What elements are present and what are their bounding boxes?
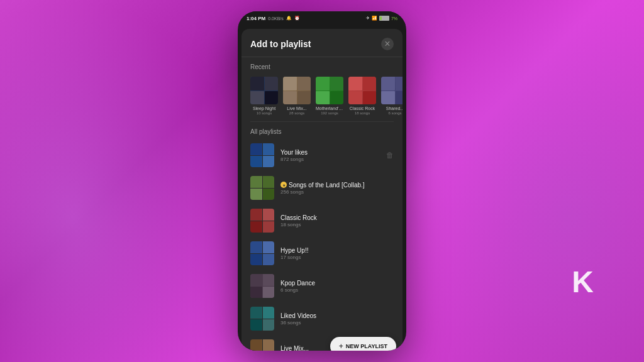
playlist-thumb-hype-up: [250, 241, 274, 265]
collab-icon: ★: [280, 182, 287, 188]
playlist-name-liked-videos: Liked Videos: [280, 312, 394, 319]
recent-thumb-2: [283, 77, 311, 104]
playlist-info-classic-rock: Classic Rock 18 songs: [280, 214, 394, 228]
playlist-thumb-live-mix: [250, 339, 274, 351]
playlist-info-your-likes: Your likes 872 songs: [280, 149, 380, 162]
playlist-songs-hype-up: 17 songs: [280, 255, 394, 260]
close-button[interactable]: ×: [381, 38, 394, 50]
new-playlist-button[interactable]: + NEW PLAYLIST: [330, 337, 396, 351]
all-playlists-label: All playlists: [242, 122, 402, 139]
wifi-icon: ✈: [366, 16, 370, 21]
recent-thumb-5: [381, 77, 402, 104]
playlist-songs-liked-videos: 36 songs: [280, 320, 394, 326]
playlist-name-classic-rock: Classic Rock: [280, 214, 394, 221]
playlist-songs-kpop-dance: 6 songs: [280, 287, 394, 293]
recent-label: Recent: [242, 57, 402, 74]
k-logo: K: [572, 265, 594, 299]
modal-title: Add to playlist: [250, 39, 311, 49]
playlist-info-hype-up: Hype Up!! 17 songs: [280, 247, 394, 260]
recent-name-5: Shared...: [381, 106, 402, 111]
playlist-info-liked-videos: Liked Videos 36 songs: [280, 312, 394, 326]
playlist-item-classic-rock[interactable]: Classic Rock 18 songs: [242, 204, 402, 237]
recent-count-2: 28 songs: [283, 111, 311, 115]
playlist-info-songs-of-land: ★ Songs of the Land [Collab.] 256 songs: [280, 182, 394, 195]
playlist-thumb-liked-videos: [250, 307, 274, 331]
recent-thumb-1: [250, 77, 278, 104]
recent-name-4: Classic Rock: [348, 106, 376, 111]
recent-count-4: 18 songs: [348, 111, 376, 115]
playlist-delete-icon[interactable]: 🗑: [386, 151, 394, 160]
playlist-thumb-kpop-dance: [250, 274, 274, 298]
recent-row: Sleep Night 10 songs Live Mix... 28 song…: [242, 74, 402, 121]
playlist-item-liked-videos[interactable]: Liked Videos 36 songs: [242, 302, 402, 335]
recent-item[interactable]: Shared... 6 songs: [381, 77, 402, 115]
phone-frame: 1:04 PM 0.0KB/s 🔔 ⏰ ✈ 📶 7% Add to playli…: [238, 11, 406, 351]
background-right: [392, 0, 644, 362]
modal-body[interactable]: Recent Sleep Night 10 songs: [242, 57, 402, 351]
recent-thumb-3: [316, 77, 343, 104]
playlist-songs-classic-rock: 18 songs: [280, 222, 394, 228]
playlist-songs-songs-of-land: 256 songs: [280, 189, 394, 195]
status-data: 0.0KB/s: [268, 16, 284, 21]
playlist-name-hype-up: Hype Up!!: [280, 247, 394, 254]
status-bar: 1:04 PM 0.0KB/s 🔔 ⏰ ✈ 📶 7%: [238, 11, 406, 25]
status-icons: ✈ 📶 7%: [366, 16, 397, 21]
plus-icon: +: [339, 342, 343, 351]
playlist-name-your-likes: Your likes: [280, 149, 380, 156]
notification-icon: 🔔: [286, 16, 292, 21]
recent-thumb-4: [348, 77, 376, 104]
modal-header: Add to playlist ×: [242, 29, 402, 57]
playlist-songs-your-likes: 872 songs: [280, 156, 380, 162]
signal-icon: 📶: [372, 16, 377, 21]
battery-icon: [379, 16, 389, 21]
recent-count-5: 6 songs: [381, 111, 402, 115]
playlist-thumb-songs-of-land: [250, 176, 274, 200]
battery-percent: 7%: [391, 16, 397, 21]
playlist-item-hype-up[interactable]: Hype Up!! 17 songs: [242, 237, 402, 270]
recent-name-2: Live Mix...: [283, 106, 311, 111]
playlist-thumb-your-likes: [250, 143, 274, 167]
recent-name-3: Motherland's...: [316, 106, 343, 111]
playlist-name-kpop-dance: Kpop Dance: [280, 280, 394, 287]
status-time: 1:04 PM: [247, 16, 265, 21]
recent-item[interactable]: Motherland's... 192 songs: [316, 77, 343, 115]
recent-count-3: 192 songs: [316, 111, 343, 115]
background-left: [0, 0, 245, 362]
playlist-name-songs-of-land: ★ Songs of the Land [Collab.]: [280, 182, 394, 189]
recent-name-1: Sleep Night: [250, 106, 278, 111]
alarm-icon: ⏰: [294, 16, 300, 21]
playlist-item-songs-of-land[interactable]: ★ Songs of the Land [Collab.] 256 songs: [242, 172, 402, 204]
new-playlist-label: NEW PLAYLIST: [346, 343, 387, 349]
playlist-item-your-likes[interactable]: Your likes 872 songs 🗑: [242, 139, 402, 172]
battery-fill: [380, 16, 382, 20]
add-to-playlist-modal: Add to playlist × Recent Sle: [242, 29, 402, 351]
recent-item[interactable]: Classic Rock 18 songs: [348, 77, 376, 115]
recent-item[interactable]: Sleep Night 10 songs: [250, 77, 278, 115]
playlist-info-kpop-dance: Kpop Dance 6 songs: [280, 280, 394, 293]
playlist-thumb-classic-rock: [250, 209, 274, 233]
recent-count-1: 10 songs: [250, 111, 278, 115]
recent-item[interactable]: Live Mix... 28 songs: [283, 77, 311, 115]
playlist-item-kpop-dance[interactable]: Kpop Dance 6 songs: [242, 270, 402, 302]
